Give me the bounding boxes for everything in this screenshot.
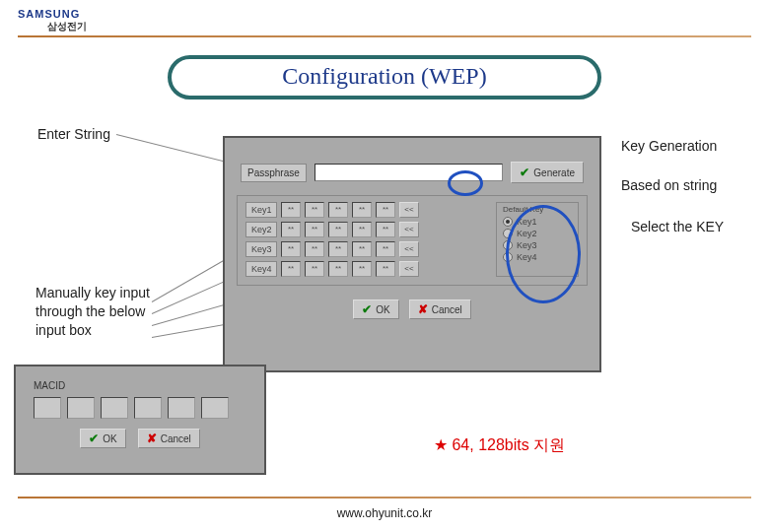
check-icon: ✔ <box>89 432 99 445</box>
cross-icon: ✘ <box>147 432 157 445</box>
key-cell[interactable]: ** <box>352 261 372 277</box>
key-cell[interactable]: ** <box>305 261 324 277</box>
key-cell[interactable]: ** <box>352 202 372 218</box>
footer-divider <box>18 497 751 499</box>
key-row: Key4 ** ** ** ** ** << <box>245 261 419 277</box>
cancel-button[interactable]: ✘ Cancel <box>138 429 200 448</box>
macid-cell[interactable] <box>201 397 229 419</box>
cross-icon: ✘ <box>418 302 428 316</box>
radio-label: Key2 <box>517 229 537 238</box>
key-label: Key1 <box>245 202 277 218</box>
key-cell[interactable]: ** <box>376 222 395 237</box>
wep-config-dialog: Passphrase ✔ Generate Key1 ** ** ** ** *… <box>223 136 601 372</box>
macid-cell[interactable] <box>67 397 95 419</box>
clear-button[interactable]: << <box>399 241 419 257</box>
radio-label: Key1 <box>517 217 537 227</box>
key-cell[interactable]: ** <box>305 241 324 257</box>
header: SAMSUNG 삼성전기 <box>0 0 769 41</box>
passphrase-input[interactable] <box>315 164 503 181</box>
annotation-based-on-string: Based on string <box>621 177 717 193</box>
radio-label: Key4 <box>517 252 537 262</box>
key-cell[interactable]: ** <box>328 261 348 277</box>
key-cell[interactable]: ** <box>305 222 324 237</box>
clear-button[interactable]: << <box>399 202 419 218</box>
cancel-button[interactable]: ✘ Cancel <box>409 299 471 319</box>
macid-cell[interactable] <box>101 397 128 419</box>
default-key-label: Default Key <box>503 205 572 214</box>
radio-row[interactable]: Key3 <box>503 239 572 251</box>
ok-button-label: OK <box>376 304 389 315</box>
dialog-buttons: ✔ OK ✘ Cancel <box>16 419 264 448</box>
clear-button[interactable]: << <box>399 222 419 237</box>
page-title: Configuration (WEP) <box>282 63 486 89</box>
radio-icon <box>503 217 513 227</box>
key-label: Key3 <box>245 241 277 257</box>
key-label: Key4 <box>245 261 277 277</box>
key-cell[interactable]: ** <box>281 222 301 237</box>
radio-row[interactable]: Key2 <box>503 228 572 239</box>
key-cell[interactable]: ** <box>328 202 348 218</box>
footer-url: www.ohyunit.co.kr <box>0 506 769 520</box>
support-note: ★ 64, 128bits 지원 <box>434 435 565 456</box>
dialog-buttons: ✔ OK ✘ Cancel <box>225 294 599 325</box>
key-cell[interactable]: ** <box>328 241 348 257</box>
radio-icon <box>503 229 513 238</box>
ok-button[interactable]: ✔ OK <box>80 429 125 448</box>
key-cell[interactable]: ** <box>352 222 372 237</box>
key-cell[interactable]: ** <box>376 241 395 257</box>
key-row: Key1 ** ** ** ** ** << <box>245 202 419 218</box>
generate-button[interactable]: ✔ Generate <box>511 162 584 183</box>
generate-button-label: Generate <box>533 167 575 178</box>
radio-icon <box>503 240 513 250</box>
passphrase-label: Passphrase <box>241 164 307 182</box>
logo-subtext: 삼성전기 <box>47 20 751 33</box>
macid-row <box>16 391 264 419</box>
key-label: Key2 <box>245 222 277 237</box>
cancel-button-label: Cancel <box>432 304 462 315</box>
key-cell[interactable]: ** <box>376 261 395 277</box>
key-row: Key3 ** ** ** ** ** << <box>245 241 419 257</box>
radio-row[interactable]: Key4 <box>503 251 572 263</box>
macid-dialog: MACID ✔ OK ✘ Cancel <box>14 365 266 475</box>
keys-area: Key1 ** ** ** ** ** << Key2 ** ** ** ** … <box>237 195 588 286</box>
macid-label: MACID <box>16 366 264 391</box>
passphrase-row: Passphrase ✔ Generate <box>225 138 599 189</box>
keys-grid: Key1 ** ** ** ** ** << Key2 ** ** ** ** … <box>245 202 419 277</box>
clear-button[interactable]: << <box>399 261 419 277</box>
annotation-manual-input: Manually key input through the below inp… <box>35 284 154 340</box>
key-cell[interactable]: ** <box>281 241 301 257</box>
radio-label: Key3 <box>517 240 537 250</box>
cancel-button-label: Cancel <box>161 433 191 444</box>
key-cell[interactable]: ** <box>376 202 395 218</box>
key-cell[interactable]: ** <box>281 261 301 277</box>
key-cell[interactable]: ** <box>281 202 301 218</box>
check-icon: ✔ <box>362 302 372 316</box>
key-row: Key2 ** ** ** ** ** << <box>245 222 419 237</box>
ok-button-label: OK <box>103 433 116 444</box>
annotation-enter-string: Enter String <box>37 126 110 142</box>
default-key-group: Default Key Key1 Key2 Key3 Key4 <box>496 202 579 277</box>
annotation-key-generation: Key Generation <box>621 138 717 154</box>
macid-cell[interactable] <box>168 397 195 419</box>
radio-icon <box>503 252 513 262</box>
macid-cell[interactable] <box>134 397 162 419</box>
annotation-select-key: Select the KEY <box>631 219 724 234</box>
header-divider <box>18 35 751 37</box>
check-icon: ✔ <box>520 166 529 179</box>
ok-button[interactable]: ✔ OK <box>353 299 398 319</box>
key-cell[interactable]: ** <box>305 202 324 218</box>
radio-row[interactable]: Key1 <box>503 216 572 228</box>
page-title-pill: Configuration (WEP) <box>168 55 601 100</box>
macid-cell[interactable] <box>34 397 61 419</box>
key-cell[interactable]: ** <box>328 222 348 237</box>
key-cell[interactable]: ** <box>352 241 372 257</box>
logo: SAMSUNG <box>18 8 751 20</box>
